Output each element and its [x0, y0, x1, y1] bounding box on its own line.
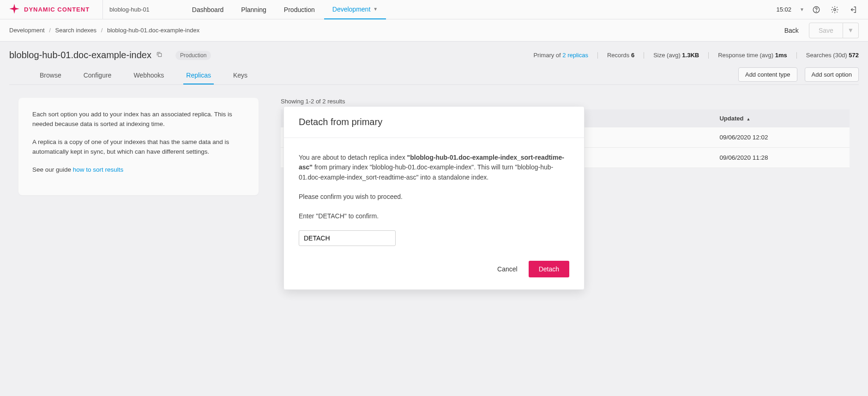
modal-body-2: Please confirm you wish to proceed. — [299, 192, 569, 202]
detach-modal: Detach from primary You are about to det… — [283, 106, 585, 208]
modal-body-1: You are about to detach replica index "b… — [299, 153, 569, 183]
modal-title: Detach from primary — [284, 107, 584, 138]
modal-overlay: Detach from primary You are about to det… — [0, 0, 868, 208]
